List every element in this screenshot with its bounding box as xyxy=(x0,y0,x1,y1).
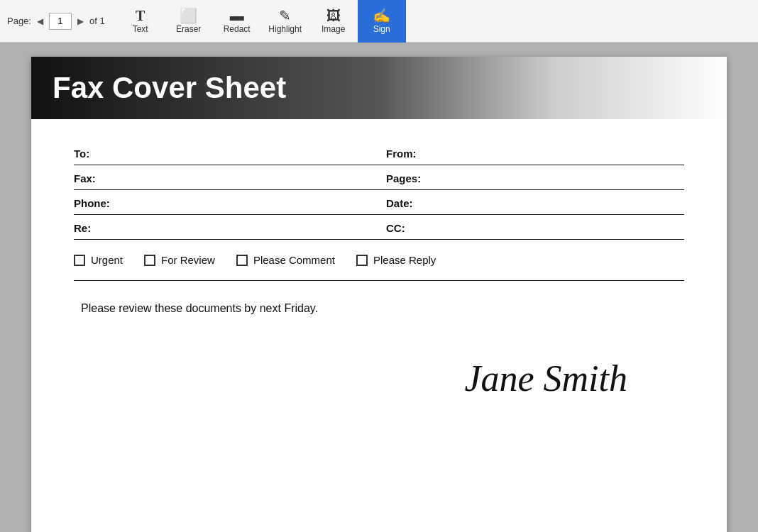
please-comment-label: Please Comment xyxy=(253,254,335,266)
sign-tool-button[interactable]: ✍ Sign xyxy=(358,0,406,43)
from-label: From: xyxy=(386,148,417,160)
fax-cell: Fax: xyxy=(74,165,386,189)
urgent-label: Urgent xyxy=(91,254,123,266)
date-cell: Date: xyxy=(386,190,684,214)
image-icon: 🖼 xyxy=(326,9,341,23)
eraser-tool-button[interactable]: ⬜ Eraser xyxy=(165,0,213,43)
for-review-label: For Review xyxy=(161,254,215,266)
sign-tool-label: Sign xyxy=(373,24,390,34)
re-cc-row: Re: CC: xyxy=(74,215,684,240)
body-text: Please review these documents by next Fr… xyxy=(74,302,684,315)
please-reply-label: Please Reply xyxy=(373,254,436,266)
urgent-checkbox[interactable] xyxy=(74,255,85,266)
cc-label: CC: xyxy=(386,222,405,234)
eraser-icon: ⬜ xyxy=(180,9,197,23)
redact-tool-button[interactable]: ▬ Redact xyxy=(213,0,261,43)
page-number-input[interactable] xyxy=(49,13,72,30)
fax-title: Fax Cover Sheet xyxy=(53,71,705,105)
page-total: of 1 xyxy=(89,16,105,26)
phone-cell: Phone: xyxy=(74,190,386,214)
please-reply-checkbox[interactable] xyxy=(356,255,368,266)
image-tool-button[interactable]: 🖼 Image xyxy=(309,0,358,43)
from-cell: From: xyxy=(386,140,684,165)
pages-label: Pages: xyxy=(386,172,421,184)
fax-header: Fax Cover Sheet xyxy=(31,57,727,119)
please-comment-checkbox[interactable] xyxy=(236,255,248,266)
re-label: Re: xyxy=(74,222,91,234)
image-tool-label: Image xyxy=(322,24,345,34)
signature: Jane Smith xyxy=(464,358,627,399)
phone-date-row: Phone: Date: xyxy=(74,190,684,215)
redact-tool-label: Redact xyxy=(224,24,251,34)
checkbox-row: Urgent For Review Please Comment Please … xyxy=(74,240,684,273)
for-review-checkbox-item: For Review xyxy=(144,254,215,266)
text-tool-label: Text xyxy=(133,24,148,34)
highlight-tool-label: Highlight xyxy=(268,24,302,34)
text-icon: T xyxy=(136,9,145,23)
pages-cell: Pages: xyxy=(386,165,684,189)
redact-icon: ▬ xyxy=(230,9,244,23)
fax-label: Fax: xyxy=(74,172,96,184)
section-divider xyxy=(74,280,684,281)
eraser-tool-label: Eraser xyxy=(176,24,201,34)
for-review-checkbox[interactable] xyxy=(144,255,155,266)
page-label: Page: xyxy=(7,16,31,26)
main-area: Fax Cover Sheet To: From: Fax: Pages: xyxy=(0,43,758,532)
page-control: Page: ◀ ▶ of 1 xyxy=(7,13,105,30)
please-comment-checkbox-item: Please Comment xyxy=(236,254,335,266)
toolbar: Page: ◀ ▶ of 1 T Text ⬜ Eraser ▬ Redact … xyxy=(0,0,758,43)
cc-cell: CC: xyxy=(386,215,684,239)
fax-body: To: From: Fax: Pages: Phone: xyxy=(31,133,727,428)
signature-area: Jane Smith xyxy=(74,358,684,399)
date-label: Date: xyxy=(386,197,413,209)
phone-label: Phone: xyxy=(74,197,110,209)
to-label: To: xyxy=(74,148,89,160)
re-cell: Re: xyxy=(74,215,386,239)
please-reply-checkbox-item: Please Reply xyxy=(356,254,436,266)
fax-pages-row: Fax: Pages: xyxy=(74,165,684,190)
page-next-button[interactable]: ▶ xyxy=(75,15,87,28)
page-prev-button[interactable]: ◀ xyxy=(34,15,46,28)
highlight-tool-button[interactable]: ✎ Highlight xyxy=(261,0,309,43)
text-tool-button[interactable]: T Text xyxy=(116,0,165,43)
to-cell: To: xyxy=(74,140,386,165)
sign-icon: ✍ xyxy=(373,9,390,23)
document: Fax Cover Sheet To: From: Fax: Pages: xyxy=(31,57,727,532)
urgent-checkbox-item: Urgent xyxy=(74,254,123,266)
to-from-row: To: From: xyxy=(74,140,684,165)
highlight-icon: ✎ xyxy=(279,9,291,23)
